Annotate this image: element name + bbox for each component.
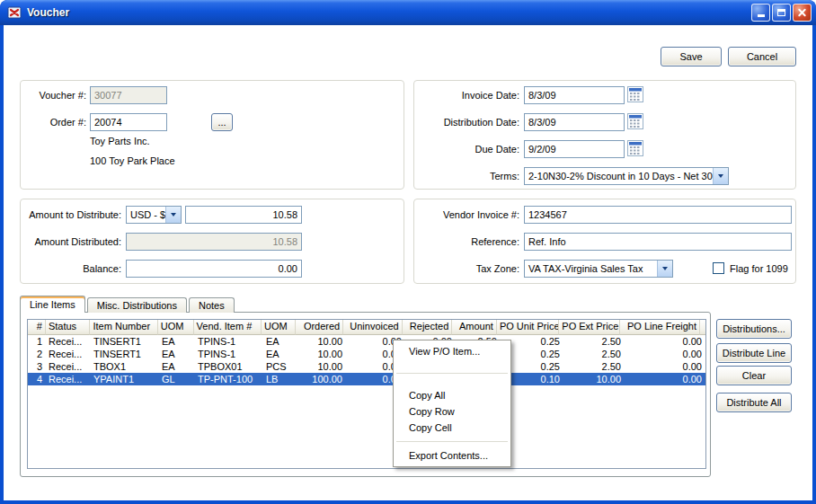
table-cell[interactable]: 10.00 <box>297 335 346 348</box>
due-date-field[interactable] <box>524 140 625 158</box>
column-header[interactable]: Vend. Item # <box>194 320 262 335</box>
browse-order-button[interactable]: ... <box>211 113 233 131</box>
save-button[interactable]: Save <box>661 47 722 66</box>
table-cell[interactable]: EA <box>263 348 297 360</box>
tab-misc-distributions[interactable]: Misc. Distributions <box>87 297 187 313</box>
column-header[interactable]: Rejected <box>403 320 453 335</box>
tab-line-items[interactable]: Line Items <box>20 296 85 313</box>
table-cell[interactable]: LB <box>263 373 297 385</box>
table-row[interactable]: 1Recei...TINSERT1EATPINS-1EA10.000.000.0… <box>28 335 705 348</box>
table-cell[interactable]: 0.00 <box>625 348 705 360</box>
clear-button[interactable]: Clear <box>716 366 792 385</box>
currency-dropdown-button[interactable] <box>165 207 181 223</box>
distribute-line-button[interactable]: Distribute Line <box>716 343 792 363</box>
terms-dropdown-button[interactable] <box>713 168 728 184</box>
table-cell[interactable]: Recei... <box>46 348 91 360</box>
chevron-down-icon <box>718 174 723 178</box>
table-cell[interactable]: 2.50 <box>563 348 625 360</box>
terms-select[interactable]: 2-10N30-2% Discount in 10 Days - Net 30 … <box>524 167 729 185</box>
table-cell[interactable]: 4 <box>28 373 46 385</box>
menu-item-view-p-o-item[interactable]: View P/O Item... <box>395 343 510 359</box>
table-cell[interactable]: Recei... <box>46 360 91 373</box>
window-controls <box>751 4 812 22</box>
table-cell[interactable]: 10.00 <box>297 348 346 360</box>
tab-notes[interactable]: Notes <box>189 297 235 313</box>
tax-zone-dropdown-button[interactable] <box>657 261 672 277</box>
table-cell[interactable]: TPINS-1 <box>195 348 263 360</box>
table-cell[interactable]: EA <box>263 335 297 348</box>
column-header[interactable]: Uninvoiced <box>343 320 402 335</box>
tax-zone-select[interactable]: VA TAX-Virginia Sales Tax <box>524 260 673 278</box>
menu-item-copy-all[interactable]: Copy All <box>395 387 510 403</box>
table-cell[interactable]: 1 <box>28 335 46 348</box>
distributions-button[interactable]: Distributions... <box>716 319 792 339</box>
table-cell[interactable]: TP-PNT-100 <box>195 373 263 385</box>
table-cell[interactable]: 3 <box>28 360 46 373</box>
table-cell[interactable]: Recei... <box>46 373 91 385</box>
flag-1099-label: Flag for 1099 <box>730 260 788 278</box>
due-date-calendar-button[interactable] <box>627 140 645 158</box>
table-cell[interactable]: TINSERT1 <box>91 335 159 348</box>
table-cell[interactable]: TINSERT1 <box>91 348 159 360</box>
titlebar[interactable]: Voucher <box>0 0 816 25</box>
table-cell[interactable]: 0.00 <box>625 360 705 373</box>
table-cell[interactable]: Recei... <box>46 335 91 348</box>
table-header: #StatusItem NumberUOMVend. Item #UOMOrde… <box>28 320 705 335</box>
menu-item-export-contents[interactable]: Export Contents... <box>395 447 510 464</box>
table-cell[interactable]: 10.00 <box>297 360 346 373</box>
amount-to-distribute-field[interactable] <box>185 206 302 224</box>
currency-select[interactable]: USD - $ <box>126 206 182 224</box>
table-cell[interactable]: EA <box>159 348 195 360</box>
table-cell[interactable]: 10.00 <box>563 373 625 385</box>
column-header[interactable]: Amount <box>452 320 497 335</box>
vendor-address-text: 100 Toy Park Place <box>90 154 175 168</box>
table-cell[interactable]: TPBOX01 <box>195 360 263 373</box>
maximize-button[interactable] <box>772 4 791 22</box>
table-cell[interactable]: PCS <box>263 360 297 373</box>
column-header[interactable]: PO Ext Price <box>559 320 619 335</box>
table-row[interactable]: 4Recei...YPAINT1GLTP-PNT-100LB100.000.00… <box>28 373 705 385</box>
minimize-button[interactable] <box>751 4 770 22</box>
column-header[interactable]: # <box>28 320 46 335</box>
table-cell[interactable]: TPINS-1 <box>195 335 263 348</box>
table-cell[interactable]: 100.00 <box>297 373 346 385</box>
column-header[interactable]: Status <box>46 320 91 335</box>
close-button[interactable] <box>793 4 812 22</box>
distribute-all-button[interactable]: Distribute All <box>716 393 792 412</box>
table-cell[interactable]: TBOX1 <box>91 360 159 373</box>
invoice-date-field[interactable] <box>524 86 625 104</box>
column-header[interactable]: Ordered <box>296 320 344 335</box>
due-date-label: Due Date: <box>413 140 519 158</box>
table-cell[interactable]: 2 <box>28 348 46 360</box>
table-row[interactable]: 3Recei...TBOX1EATPBOX01PCS10.000.000.002… <box>28 360 705 373</box>
distribution-date-field[interactable] <box>524 113 625 131</box>
amount-distributed-label: Amount Distributed: <box>20 233 121 251</box>
minimize-icon <box>758 14 765 17</box>
vendor-invoice-field[interactable] <box>524 206 792 224</box>
column-header[interactable]: Item Number <box>90 320 157 335</box>
column-header[interactable]: UOM <box>262 320 296 335</box>
column-header[interactable]: PO Unit Price <box>497 320 559 335</box>
distribution-date-calendar-button[interactable] <box>627 113 645 131</box>
table-cell[interactable]: EA <box>159 335 195 348</box>
side-buttons: Distributions...Distribute LineClearDist… <box>716 319 792 412</box>
balance-field[interactable] <box>126 260 302 278</box>
table-cell[interactable]: YPAINT1 <box>91 373 159 385</box>
cancel-button[interactable]: Cancel <box>728 47 796 66</box>
table-cell[interactable]: 2.50 <box>563 335 625 348</box>
order-number-field[interactable] <box>90 113 167 131</box>
table-row[interactable]: 2Recei...TINSERT1EATPINS-1EA10.000.000.0… <box>28 348 705 360</box>
table-cell[interactable]: 0.00 <box>625 373 705 385</box>
table-cell[interactable]: GL <box>159 373 195 385</box>
invoice-date-calendar-button[interactable] <box>627 86 645 104</box>
menu-item-copy-cell[interactable]: Copy Cell <box>395 420 510 436</box>
flag-1099-checkbox[interactable] <box>713 262 724 274</box>
table-cell[interactable]: 0.00 <box>625 335 705 348</box>
column-header[interactable]: PO Line Freight <box>620 320 700 335</box>
reference-field[interactable] <box>524 233 792 251</box>
amount-to-distribute-label: Amount to Distribute: <box>20 206 121 224</box>
menu-item-copy-row[interactable]: Copy Row <box>395 403 510 420</box>
table-cell[interactable]: EA <box>159 360 195 373</box>
column-header[interactable]: UOM <box>158 320 194 335</box>
table-cell[interactable]: 2.50 <box>563 360 625 373</box>
